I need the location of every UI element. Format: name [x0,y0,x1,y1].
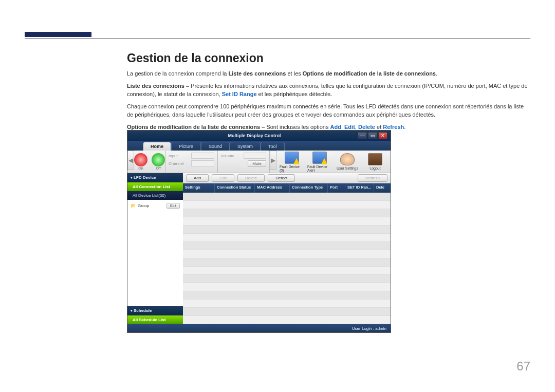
option-edit: Edit [344,124,355,130]
table-row [183,209,391,217]
mute-button[interactable]: Mute [248,160,266,167]
table-row [183,234,391,242]
tab-home[interactable]: Home [143,142,171,151]
nav-next-button[interactable]: ▶ [270,151,276,170]
table-row [183,316,391,324]
col-connection-status[interactable]: Connection Status [215,183,255,193]
table-row [183,193,391,201]
table-row [183,275,391,283]
window-title: Multiple Display Control [151,133,358,138]
col-connection-type[interactable]: Connection Type [290,183,328,193]
sidebar-schedule-header[interactable]: Schedule [127,306,183,315]
detect-button[interactable]: Detect [268,174,295,182]
table-row [183,291,391,300]
channel-field[interactable] [191,160,214,166]
user-settings-button[interactable]: User Settings [335,153,360,170]
option-add: Add [330,124,341,130]
option-delete: Delete [358,124,375,130]
input-select[interactable] [191,153,214,159]
close-button[interactable]: ✕ [378,132,387,139]
col-settings[interactable]: Settings [183,183,215,193]
refresh-button[interactable]: Refresh [358,174,387,182]
tab-picture[interactable]: Picture [171,142,201,151]
table-row [183,217,391,226]
tab-tool[interactable]: Tool [261,142,285,151]
power-off-button[interactable] [152,153,165,166]
sidebar-all-connection[interactable]: All Connection List [127,182,183,191]
page-number: 67 [516,359,530,374]
sidebar-all-schedule[interactable]: All Schedule List [127,315,183,324]
tab-system[interactable]: System [230,142,261,151]
tab-sound[interactable]: Sound [201,142,230,151]
paragraph-3: Chaque connexion peut comprendre 100 pér… [127,103,528,119]
logout-button[interactable]: Logout [363,153,387,170]
tab-bar: Home Picture Sound System Tool [127,141,391,151]
fault-device-alert-button[interactable]: Fault Device Alert [307,152,332,172]
header-accent-bar [25,32,91,37]
app-screenshot: Multiple Display Control — ▭ ✕ Home Pict… [127,130,391,333]
table-row [183,267,391,275]
volume-mute-group: Volume Mute [218,151,270,173]
action-bar: Add Edit Delete Detect Refresh [183,173,391,183]
monitor-alert-icon [312,152,327,164]
page-title: Gestion de la connexion [127,51,264,65]
sidebar-lfd-header[interactable]: LFD Device [127,173,183,182]
table-header: Settings Connection Status MAC Address C… [183,183,391,193]
table-row [183,250,391,258]
edit-button[interactable]: Edit [212,174,234,182]
sidebar: LFD Device All Connection List All Devic… [127,173,183,324]
table-row [183,201,391,209]
minimize-button[interactable]: — [358,132,367,139]
table-row [183,226,391,234]
col-set-id-range[interactable]: SET ID Ran... [345,183,374,193]
sidebar-group-panel: 📁 Group Edit [127,200,183,306]
table-row [183,258,391,267]
group-edit-button[interactable]: Edit [166,203,180,209]
add-button[interactable]: Add [186,174,209,182]
set-id-range-link[interactable]: Set ID Range [222,91,257,97]
table-row [183,300,391,308]
table-row [183,283,391,291]
statusbar: User Login : admin [127,324,391,332]
paragraph-1: La gestion de la connexion comprend la L… [127,70,528,78]
table-body [183,193,391,324]
user-icon [340,153,355,165]
power-on-button[interactable] [134,153,147,166]
table-row [183,308,391,316]
maximize-button[interactable]: ▭ [368,132,377,139]
paragraph-2: Liste des connexions – Présente les info… [127,82,528,99]
titlebar: Multiple Display Control — ▭ ✕ [127,130,391,141]
col-mac-address[interactable]: MAC Address [255,183,290,193]
delete-button[interactable]: Delete [237,174,265,182]
monitor-warn-icon [285,152,299,164]
body-text: La gestion de la connexion comprend la L… [127,70,528,136]
user-login-status: User Login : admin [352,326,386,331]
input-channel-group: Input Channel [165,151,218,173]
group-label: Group [138,203,149,208]
toolbar: ◀ On Off Input Channel Volume Mute ▶ Fau… [127,151,391,173]
col-delete[interactable]: Dele [374,183,391,193]
table-row [183,242,391,250]
sidebar-all-device[interactable]: All Device List(00) [127,191,183,200]
folder-icon: 📁 [131,203,136,208]
header-rule [25,38,530,39]
fault-device-button[interactable]: Fault Device (0) [280,152,304,172]
nav-prev-button[interactable]: ◀ [127,151,134,170]
option-refresh: Refresh [383,124,404,130]
volume-slider[interactable] [244,153,267,159]
logout-icon [368,153,382,165]
col-port[interactable]: Port [328,183,345,193]
